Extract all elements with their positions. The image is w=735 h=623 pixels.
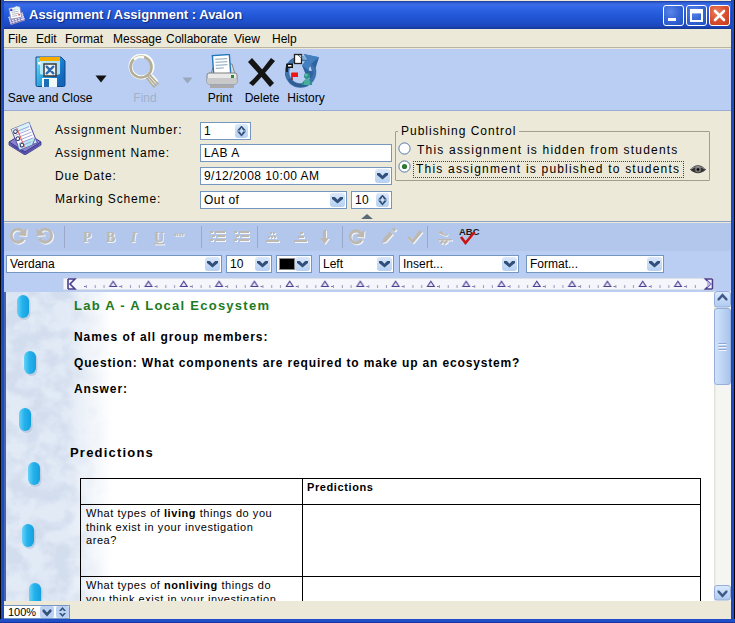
svg-text:B: B	[106, 230, 115, 245]
svg-text:U: U	[154, 230, 164, 245]
svg-text:ABC: ABC	[459, 226, 480, 237]
svg-text:I: I	[130, 230, 137, 245]
svg-text:“”: “”	[174, 231, 184, 242]
svg-text:P: P	[83, 230, 92, 245]
